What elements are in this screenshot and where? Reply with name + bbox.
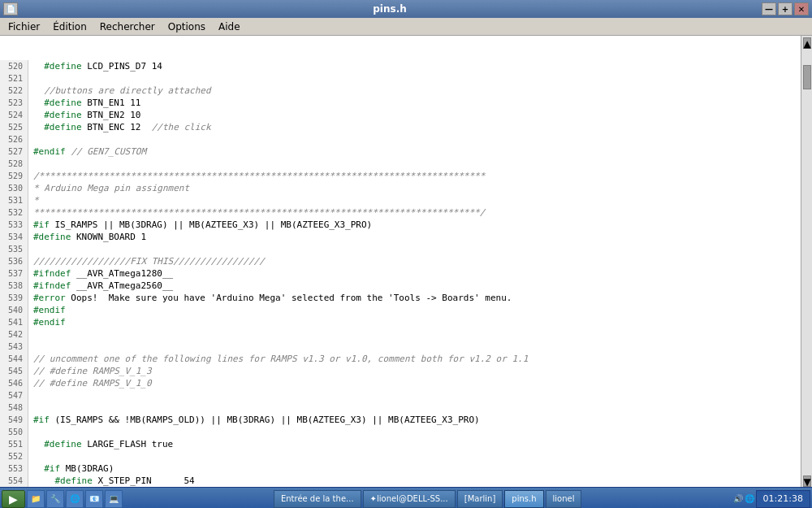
line-number: 533 bbox=[0, 219, 28, 231]
table-row: 540#endif bbox=[0, 304, 801, 316]
taskbar-icon-1[interactable]: 📁 bbox=[27, 490, 45, 508]
line-number: 524 bbox=[0, 109, 28, 121]
table-row: 546// #define RAMPS_V_1_0 bbox=[0, 377, 801, 389]
line-number: 549 bbox=[0, 414, 28, 426]
line-number: 541 bbox=[0, 316, 28, 328]
line-number: 552 bbox=[0, 450, 28, 462]
taskbar-app-button[interactable]: Entrée de la the... bbox=[274, 490, 361, 508]
taskbar-app-button[interactable]: [Marlin] bbox=[457, 490, 503, 508]
table-row: 552 bbox=[0, 450, 801, 462]
line-text: ****************************************… bbox=[28, 206, 485, 219]
menu-item-édition[interactable]: Édition bbox=[46, 20, 93, 34]
line-text: #define KNOWN_BOARD 1 bbox=[28, 231, 146, 243]
table-row: 551 #define LARGE_FLASH true bbox=[0, 438, 801, 450]
table-row: 529/************************************… bbox=[0, 170, 801, 182]
table-row: 547 bbox=[0, 389, 801, 402]
table-row: 530* Arduino Mega pin assignment bbox=[0, 182, 801, 194]
table-row: 550 bbox=[0, 426, 801, 438]
line-number: 540 bbox=[0, 304, 28, 316]
line-number: 520 bbox=[0, 60, 28, 72]
table-row: 543 bbox=[0, 341, 801, 353]
line-number: 526 bbox=[0, 133, 28, 145]
table-row: 531* bbox=[0, 194, 801, 206]
scroll-up-button[interactable]: ▲ bbox=[803, 37, 811, 49]
table-row: 534#define KNOWN_BOARD 1 bbox=[0, 231, 801, 243]
line-text: #ifndef __AVR_ATmega1280__ bbox=[28, 267, 173, 280]
table-row: 548 bbox=[0, 402, 801, 414]
line-text: #error Oops! Make sure you have 'Arduino… bbox=[28, 292, 512, 304]
titlebar-controls: — + ✕ bbox=[762, 2, 809, 15]
line-text: #if IS_RAMPS || MB(3DRAG) || MB(AZTEEG_X… bbox=[28, 219, 372, 231]
tray-icon-2: 🌐 bbox=[745, 494, 754, 503]
table-row: 521 bbox=[0, 72, 801, 85]
line-number: 536 bbox=[0, 255, 28, 267]
table-row: 538#ifndef __AVR_ATmega2560__ bbox=[0, 280, 801, 292]
table-row: 553 #if MB(3DRAG) bbox=[0, 462, 801, 475]
menu-item-options[interactable]: Options bbox=[162, 20, 212, 34]
editor: 520 #define LCD_PINS_D7 14521522 //butto… bbox=[0, 36, 812, 487]
tray-area: 🔊 🌐 bbox=[733, 494, 754, 503]
taskbar-app-button[interactable]: lionel bbox=[546, 490, 582, 508]
table-row: 554 #define X_STEP_PIN 54 bbox=[0, 475, 801, 487]
scroll-down-button[interactable]: ▼ bbox=[803, 475, 811, 487]
vertical-scrollbar-thumb[interactable] bbox=[803, 65, 811, 89]
minimize-button[interactable]: — bbox=[762, 2, 776, 15]
line-text: #endif // GEN7_CUSTOM bbox=[28, 145, 146, 158]
line-number: 525 bbox=[0, 121, 28, 133]
menu-item-fichier[interactable]: Fichier bbox=[2, 20, 46, 34]
taskbar-app-button[interactable]: pins.h bbox=[504, 490, 543, 508]
line-number: 553 bbox=[0, 462, 28, 475]
table-row: 533#if IS_RAMPS || MB(3DRAG) || MB(AZTEE… bbox=[0, 219, 801, 231]
line-text bbox=[28, 328, 33, 341]
line-text: //buttons are directly attached bbox=[28, 85, 211, 97]
table-row: 527#endif // GEN7_CUSTOM bbox=[0, 145, 801, 158]
table-row: 526 bbox=[0, 133, 801, 145]
line-text: // #define RAMPS_V_1_3 bbox=[28, 365, 152, 377]
line-text: #define BTN_EN2 10 bbox=[28, 109, 140, 121]
table-row: 536//////////////////FIX THIS///////////… bbox=[0, 255, 801, 267]
line-number: 551 bbox=[0, 438, 28, 450]
line-number: 528 bbox=[0, 158, 28, 170]
line-text: #if MB(3DRAG) bbox=[28, 462, 114, 475]
line-text bbox=[28, 402, 33, 414]
taskbar-icon-5[interactable]: 💻 bbox=[105, 490, 123, 508]
menu-item-rechercher[interactable]: Rechercher bbox=[93, 20, 162, 34]
line-text: #endif bbox=[28, 304, 66, 316]
line-text: #define BTN_ENC 12 //the click bbox=[28, 121, 211, 133]
line-text bbox=[28, 389, 33, 402]
line-text: #define BTN_EN1 11 bbox=[28, 97, 140, 109]
vertical-scrollbar[interactable]: ▲ ▼ bbox=[801, 36, 812, 487]
line-number: 547 bbox=[0, 389, 28, 402]
taskbar-app-button[interactable]: ✦lionel@DELL-SS... bbox=[363, 490, 456, 508]
line-text: /***************************************… bbox=[28, 170, 485, 182]
line-text: // uncomment one of the following lines … bbox=[28, 353, 528, 365]
line-text: #if (IS_RAMPS && !MB(RAMPS_OLD)) || MB(3… bbox=[28, 414, 480, 426]
taskbar: ▶ 📁 🔧 🌐 📧 💻 Entrée de la the...✦lionel@D… bbox=[0, 487, 812, 508]
line-text bbox=[28, 341, 33, 353]
tray-icon-1: 🔊 bbox=[733, 494, 743, 503]
line-text bbox=[28, 72, 33, 85]
table-row: 525 #define BTN_ENC 12 //the click bbox=[0, 121, 801, 133]
line-text bbox=[28, 243, 33, 255]
line-number: 546 bbox=[0, 377, 28, 389]
line-text: #ifndef __AVR_ATmega2560__ bbox=[28, 280, 173, 292]
line-number: 545 bbox=[0, 365, 28, 377]
table-row: 541#endif bbox=[0, 316, 801, 328]
line-number: 539 bbox=[0, 292, 28, 304]
taskbar-icon-4[interactable]: 📧 bbox=[85, 490, 103, 508]
taskbar-icon-2[interactable]: 🔧 bbox=[46, 490, 64, 508]
maximize-button[interactable]: + bbox=[778, 2, 793, 15]
start-button[interactable]: ▶ bbox=[2, 490, 25, 508]
clock: 01:21:38 bbox=[756, 490, 810, 508]
line-number: 538 bbox=[0, 280, 28, 292]
taskbar-buttons: Entrée de la the...✦lionel@DELL-SS...[Ma… bbox=[274, 490, 582, 508]
titlebar-title: pins.h bbox=[18, 3, 762, 15]
close-button[interactable]: ✕ bbox=[794, 2, 809, 15]
table-row: 520 #define LCD_PINS_D7 14 bbox=[0, 60, 801, 72]
line-text bbox=[28, 426, 33, 438]
code-area[interactable]: 520 #define LCD_PINS_D7 14521522 //butto… bbox=[0, 36, 801, 487]
table-row: 549#if (IS_RAMPS && !MB(RAMPS_OLD)) || M… bbox=[0, 414, 801, 426]
taskbar-icon-3[interactable]: 🌐 bbox=[66, 490, 84, 508]
menu-item-aide[interactable]: Aide bbox=[212, 20, 247, 34]
line-number: 521 bbox=[0, 72, 28, 85]
